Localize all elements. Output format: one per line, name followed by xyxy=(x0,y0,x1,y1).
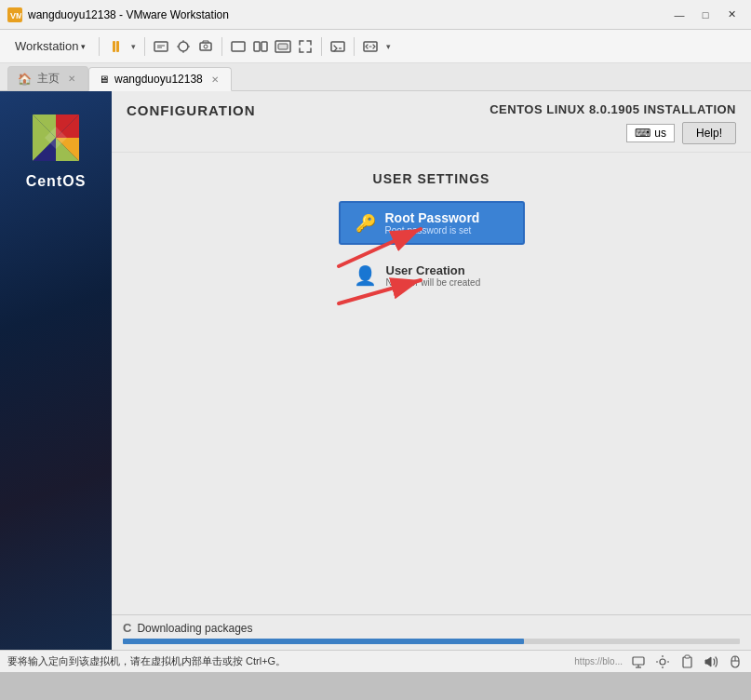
status-message: 要将输入定向到该虚拟机，请在虚拟机内部单击或按 Ctrl+G。 xyxy=(7,654,286,668)
user-creation-subtitle: No user will be created xyxy=(386,277,481,288)
progress-area: C Downloading packages xyxy=(112,614,751,650)
status-bar: 要将输入定向到该虚拟机，请在虚拟机内部单击或按 Ctrl+G。 https://… xyxy=(0,650,751,672)
home-tab-label: 主页 xyxy=(37,71,60,87)
console-icon[interactable] xyxy=(328,36,348,57)
main-content: CentOS CONFIGURATION CENTOS LINUX 8.0.19… xyxy=(0,91,751,650)
shared-vm-icon[interactable] xyxy=(195,36,216,57)
user-settings-title: USER SETTINGS xyxy=(373,171,490,186)
toolbar-group-pause: ▾ xyxy=(105,36,139,57)
user-creation-title: User Creation xyxy=(386,263,481,277)
user-creation-button[interactable]: 👤 User Creation No user will be created xyxy=(339,256,525,295)
stretch-guest-icon[interactable] xyxy=(360,36,381,57)
svg-text:VM: VM xyxy=(10,11,21,20)
url-hint: https://blo... xyxy=(574,656,623,666)
keyboard-lang-value: us xyxy=(654,127,666,140)
downloading-label: Downloading packages xyxy=(137,622,252,635)
title-bar: VM wangduoyu12138 - VMware Workstation —… xyxy=(0,0,751,30)
svg-point-5 xyxy=(179,42,188,51)
configuration-heading: CONFIGURATION xyxy=(127,102,256,118)
toolbar-separator-5 xyxy=(354,37,355,56)
keyboard-icon: ⌨ xyxy=(635,127,650,140)
vm-header: CONFIGURATION CENTOS LINUX 8.0.1905 INST… xyxy=(112,91,751,153)
send-ctrlaltdel-icon[interactable] xyxy=(151,36,171,57)
vmware-icon: VM xyxy=(7,7,22,22)
config-title: CONFIGURATION xyxy=(127,102,256,118)
user-settings-section: USER SETTINGS xyxy=(112,153,751,614)
root-password-button[interactable]: 🔑 Root Password Root password is set xyxy=(339,201,525,245)
sidebar: CentOS xyxy=(0,91,112,650)
pause-dropdown[interactable]: ▾ xyxy=(127,36,139,57)
fullscreen-icon[interactable] xyxy=(228,36,248,57)
user-creation-icon: 👤 xyxy=(354,264,377,287)
toolbar-group-console xyxy=(328,36,348,57)
home-tab-icon: 🏠 xyxy=(18,73,32,86)
workstation-dropdown-arrow: ▾ xyxy=(81,42,86,51)
close-button[interactable]: ✕ xyxy=(719,6,744,24)
svg-point-33 xyxy=(660,659,665,665)
centos-logo: CentOS xyxy=(26,110,87,190)
progress-bar-fill xyxy=(123,639,524,644)
tab-home[interactable]: 🏠 主页 ✕ xyxy=(7,66,88,90)
svg-rect-30 xyxy=(633,657,644,665)
tab-vm[interactable]: 🖥 wangduoyu12138 ✕ xyxy=(88,67,232,91)
user-creation-text: User Creation No user will be created xyxy=(386,263,481,288)
root-password-icon: 🔑 xyxy=(355,213,376,234)
settings-grid: 🔑 Root Password Root password is set 👤 U… xyxy=(339,201,525,295)
toolbar-separator-1 xyxy=(99,37,100,56)
svg-rect-10 xyxy=(262,42,267,51)
workstation-label: Workstation xyxy=(15,39,78,53)
keyboard-lang-selector[interactable]: ⌨ us xyxy=(626,124,675,142)
home-tab-close[interactable]: ✕ xyxy=(65,73,78,85)
snapshot-icon[interactable] xyxy=(173,36,194,57)
maximize-button[interactable]: □ xyxy=(693,6,717,24)
unity-icon[interactable] xyxy=(250,36,271,57)
install-title: CENTOS LINUX 8.0.1905 INSTALLATION xyxy=(489,102,736,116)
root-password-subtitle: Root password is set xyxy=(385,225,480,236)
window-controls: — □ ✕ xyxy=(667,6,744,24)
status-clipboard-icon[interactable] xyxy=(678,653,695,670)
svg-rect-13 xyxy=(331,42,344,51)
title-bar-left: VM wangduoyu12138 - VMware Workstation xyxy=(7,7,229,22)
stretch-dropdown[interactable]: ▾ xyxy=(382,36,394,57)
status-settings-icon[interactable] xyxy=(654,653,671,670)
toolbar-group-vm xyxy=(151,36,216,57)
svg-rect-8 xyxy=(232,42,245,51)
svg-rect-35 xyxy=(685,655,690,658)
toolbar-separator-2 xyxy=(144,37,145,56)
progress-label: C Downloading packages xyxy=(123,621,740,635)
spinner-icon: C xyxy=(123,621,131,635)
svg-rect-2 xyxy=(154,42,168,51)
tab-bar: 🏠 主页 ✕ 🖥 wangduoyu12138 ✕ xyxy=(0,63,751,91)
svg-rect-9 xyxy=(254,42,260,51)
menu-bar: Workstation ▾ ▾ xyxy=(0,30,751,63)
vm-content: CONFIGURATION CENTOS LINUX 8.0.1905 INST… xyxy=(112,91,751,650)
root-password-title: Root Password xyxy=(385,210,480,225)
pause-button[interactable] xyxy=(105,36,126,57)
svg-rect-6 xyxy=(200,43,211,50)
minimize-button[interactable]: — xyxy=(667,6,691,24)
toolbar-group-view xyxy=(228,36,315,57)
toolbar-group-stretch: ▾ xyxy=(360,36,394,57)
quick-switch-icon[interactable] xyxy=(273,36,293,57)
root-password-text: Root Password Root password is set xyxy=(385,210,480,236)
vm-tab-icon: 🖥 xyxy=(99,74,109,85)
centos-logo-svg xyxy=(28,110,84,166)
svg-rect-34 xyxy=(683,657,691,667)
window-title: wangduoyu12138 - VMware Workstation xyxy=(28,8,229,21)
toolbar-separator-4 xyxy=(321,37,322,56)
vm-tab-close[interactable]: ✕ xyxy=(208,74,221,86)
vm-tab-label: wangduoyu12138 xyxy=(114,73,203,86)
toolbar-separator-3 xyxy=(221,37,222,56)
svg-point-7 xyxy=(204,45,208,48)
status-mouse-icon[interactable] xyxy=(727,653,744,670)
status-right: https://blo... xyxy=(574,653,744,670)
help-button[interactable]: Help! xyxy=(682,122,736,144)
status-network-icon[interactable] xyxy=(630,653,647,670)
workstation-menu[interactable]: Workstation ▾ xyxy=(7,35,93,57)
progress-bar-track xyxy=(123,639,740,644)
fullscreen-alt-icon[interactable] xyxy=(295,36,315,57)
install-info: CENTOS LINUX 8.0.1905 INSTALLATION ⌨ us … xyxy=(489,102,736,144)
centos-name-label: CentOS xyxy=(26,173,87,190)
status-audio-icon[interactable] xyxy=(703,653,719,670)
svg-rect-12 xyxy=(278,44,288,49)
